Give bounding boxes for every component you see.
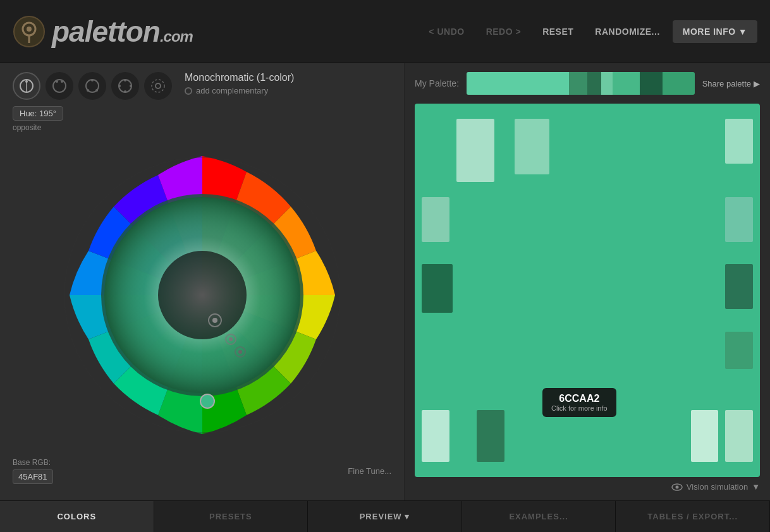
mode-adjacent-button[interactable] <box>46 72 73 100</box>
svg-point-33 <box>675 485 678 488</box>
right-panel: My Palette: Share palette ▶ <box>405 63 770 500</box>
logo: paletton.com <box>13 15 193 49</box>
redo-button[interactable]: REDO > <box>477 21 530 42</box>
tab-preview[interactable]: PREVIEW ▾ <box>308 501 462 532</box>
svg-point-15 <box>124 79 126 82</box>
vision-chevron-icon: ▼ <box>752 482 760 492</box>
bottom-bar: COLORS PRESETS PREVIEW ▾ EXAMPLES... TAB… <box>0 500 770 532</box>
randomize-button[interactable]: RANDOMIZE... <box>586 21 668 42</box>
wheel-area: Base RGB: 45AF81 Fine Tune... <box>13 137 391 492</box>
reset-button[interactable]: RESET <box>534 21 582 42</box>
main-area: Monochromatic (1-color) add complementar… <box>0 63 770 500</box>
radio-dot-icon <box>185 87 192 95</box>
color-wheel[interactable] <box>44 137 360 453</box>
svg-point-27 <box>229 337 233 341</box>
base-rgb-value: 45AF81 <box>13 469 53 484</box>
svg-point-16 <box>130 85 132 87</box>
swatch-7[interactable] <box>725 264 753 309</box>
mode-triad-button[interactable] <box>78 72 106 100</box>
palette-seg-3[interactable] <box>587 72 601 95</box>
svg-point-13 <box>95 89 98 92</box>
swatch-4[interactable] <box>422 197 449 242</box>
palette-seg-1[interactable] <box>467 72 569 95</box>
add-complementary-toggle[interactable]: add complementary <box>185 86 294 95</box>
mode-tetrad-button[interactable] <box>111 72 139 100</box>
svg-point-29 <box>238 350 242 354</box>
share-palette-button[interactable]: Share palette ▶ <box>702 79 760 88</box>
left-panel: Monochromatic (1-color) add complementar… <box>0 63 405 500</box>
svg-point-25 <box>212 318 217 323</box>
tab-examples[interactable]: EXAMPLES... <box>462 501 616 532</box>
palette-seg-6[interactable] <box>640 72 663 95</box>
fine-tune-button[interactable]: Fine Tune... <box>348 466 391 476</box>
swatch-3[interactable] <box>725 119 753 164</box>
mode-info: Monochromatic (1-color) add complementar… <box>185 72 294 95</box>
svg-point-8 <box>56 80 58 83</box>
svg-point-20 <box>152 80 164 92</box>
opposite-label: opposite <box>13 123 391 132</box>
swatch-1[interactable] <box>456 119 494 182</box>
palette-bar <box>467 72 695 95</box>
svg-point-30 <box>200 394 214 408</box>
palette-bar-row: My Palette: Share palette ▶ <box>415 72 760 95</box>
mode-monochromatic-button[interactable] <box>13 72 40 100</box>
palette-seg-5[interactable] <box>613 72 640 95</box>
base-rgb-row: Base RGB: 45AF81 Fine Tune... <box>13 458 391 484</box>
color-wheel-container[interactable] <box>44 137 360 453</box>
svg-point-19 <box>156 83 161 88</box>
svg-point-23 <box>158 251 247 339</box>
vision-row: Vision simulation ▼ <box>415 482 760 492</box>
undo-button[interactable]: < UNDO <box>420 21 473 42</box>
palette-label: My Palette: <box>415 78 459 88</box>
tab-colors[interactable]: COLORS <box>0 501 154 532</box>
swatch-10[interactable] <box>477 410 504 462</box>
tab-presets[interactable]: PRESETS <box>154 501 309 532</box>
swatch-8[interactable] <box>725 332 753 369</box>
tooltip-hex: 6CCAA2 <box>551 393 608 404</box>
tab-tables-export[interactable]: TABLES / EXPORT... <box>616 501 770 532</box>
svg-point-7 <box>53 80 66 92</box>
svg-point-11 <box>91 79 94 82</box>
eye-icon <box>671 483 683 491</box>
mode-icons <box>13 72 172 100</box>
swatch-2[interactable] <box>515 119 549 175</box>
tooltip-click-label: Click for more info <box>551 404 608 412</box>
preview-grid[interactable]: 6CCAA2 Click for more info <box>415 104 760 477</box>
header: paletton.com < UNDO REDO > RESET RANDOMI… <box>0 0 770 63</box>
chevron-right-icon: ▶ <box>754 79 760 88</box>
svg-point-18 <box>118 85 121 87</box>
swatch-11[interactable] <box>691 410 719 462</box>
palette-seg-7[interactable] <box>663 72 694 95</box>
mode-row: Monochromatic (1-color) add complementar… <box>13 72 391 100</box>
svg-point-6 <box>25 80 28 83</box>
chevron-down-icon: ▼ <box>738 27 747 37</box>
svg-point-17 <box>124 90 126 93</box>
logo-icon <box>13 15 46 48</box>
base-rgb-group: Base RGB: 45AF81 <box>13 458 53 484</box>
swatch-12[interactable] <box>725 410 753 462</box>
more-info-button[interactable]: MORE INFO ▼ <box>673 20 757 43</box>
palette-seg-4[interactable] <box>601 72 613 95</box>
logo-text: paletton.com <box>52 15 193 49</box>
vision-simulation-button[interactable]: Vision simulation ▼ <box>671 482 760 492</box>
swatch-9[interactable] <box>422 410 449 462</box>
add-complementary-label: add complementary <box>196 86 268 95</box>
mode-title: Monochromatic (1-color) <box>185 72 294 83</box>
palette-seg-2[interactable] <box>569 72 587 95</box>
swatch-6[interactable] <box>422 264 453 313</box>
svg-point-12 <box>87 89 89 92</box>
swatch-5[interactable] <box>725 197 753 242</box>
svg-point-9 <box>61 80 63 83</box>
mode-settings-button[interactable] <box>144 72 172 100</box>
color-tooltip: 6CCAA2 Click for more info <box>542 388 616 417</box>
svg-point-2 <box>27 27 32 32</box>
hue-label: Hue: 195° <box>13 106 63 121</box>
base-rgb-label: Base RGB: <box>13 458 53 467</box>
header-nav: < UNDO REDO > RESET RANDOMIZE... MORE IN… <box>420 20 757 43</box>
